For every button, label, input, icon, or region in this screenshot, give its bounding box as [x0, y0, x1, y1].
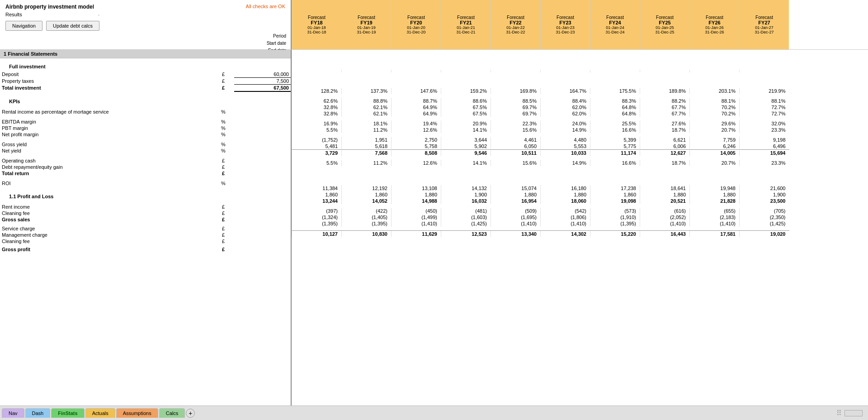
profit-loss-table: Rent income £ Cleaning fee £ Gross sales…: [0, 201, 291, 253]
forecast-header-FY21: Forecast FY21 01-Jan-21 31-Dec-21: [441, 0, 491, 49]
pbt-margin-row: PBT margin %: [0, 125, 291, 131]
scrollbar-thumb[interactable]: [844, 410, 863, 416]
scrollbar-area: ⠿: [196, 409, 866, 417]
net-profit-margin-row: Net profit margin %: [0, 131, 291, 138]
total-investment-unit: £: [212, 85, 234, 92]
right-pane: 128.2%137.3%147.6%159.2%169.8%164.7%175.…: [292, 50, 868, 406]
forecast-header-FY22: Forecast FY22 01-Jan-22 31-Dec-22: [491, 0, 540, 49]
tab-calcs[interactable]: Calcs: [159, 408, 185, 418]
total-investment-label: Total investment: [0, 85, 212, 92]
financial-statements-header: 1 Financial Statements: [0, 50, 291, 58]
table-row: 1,8601,8601,8801,9001,8801,8801,8601,880…: [292, 191, 789, 198]
scrollbar-dots: ⠿: [836, 409, 843, 417]
table-row: 10,12710,83011,62912,52313,34014,30215,2…: [292, 230, 789, 237]
add-tab-button[interactable]: +: [186, 409, 195, 418]
table-row: (1,395)(1,395)(1,410)(1,425)(1,410)(1,41…: [292, 220, 789, 227]
table-row: 128.2%137.3%147.6%159.2%169.8%164.7%175.…: [292, 88, 789, 94]
property-taxes-unit: £: [212, 78, 234, 85]
forecast-header-FY26: Forecast FY26 01-Jan-26 31-Dec-26: [689, 0, 739, 49]
tab-assumptions[interactable]: Assumptions: [116, 408, 158, 418]
deposit-label: Deposit: [0, 71, 212, 78]
property-taxes-label: Property taxes: [0, 78, 212, 85]
table-row: (1,324)(1,405)(1,499)(1,603)(1,695)(1,80…: [292, 214, 789, 220]
profit-loss-header: 1.1 Profit and Loss: [0, 192, 291, 201]
kpis-header: KPIs: [0, 97, 291, 106]
operating-cash-row: Operating cash £: [0, 158, 291, 164]
header: Airbnb property investment model Results…: [0, 0, 868, 50]
tab-nav[interactable]: Nav: [2, 408, 24, 418]
total-return-row: Total return £: [0, 170, 291, 177]
forecast-header-FY20: Forecast FY20 01-Jan-20 31-Dec-20: [391, 0, 441, 49]
table-row: (397)(422)(450)(481)(509)(542)(573)(616)…: [292, 208, 789, 214]
forecast-header-FY18: Forecast FY18 01-Jan-18 31-Dec-18: [292, 0, 341, 49]
period-label: Period: [3, 33, 286, 40]
right-data-table: 128.2%137.3%147.6%159.2%169.8%164.7%175.…: [292, 50, 789, 237]
ebitda-margin-row: EBITDA margin %: [0, 119, 291, 125]
start-date-label: Start date: [3, 40, 286, 47]
total-investment-value: 67,500: [234, 85, 291, 92]
property-taxes-row: Property taxes £ 7,500: [0, 78, 291, 85]
debt-repayment-row: Debt repayment/equity gain £: [0, 164, 291, 170]
cleaning-fee-row: Cleaning fee £: [0, 210, 291, 216]
title-nav-area: Airbnb property investment model Results…: [5, 4, 99, 31]
table-row: 32.8%62.1%64.9%67.5%69.7%62.0%64.8%67.7%…: [292, 104, 789, 110]
table-row: 3,7297,5688,5089,54610,51110,03311,17412…: [292, 150, 789, 157]
deposit-value: 60,000: [234, 71, 291, 78]
forecast-header-FY24: Forecast FY24 01-Jan-24 31-Dec-24: [590, 0, 640, 49]
rental-income-pct-row: Rental income as percentage of mortage s…: [0, 109, 291, 115]
forecast-header-FY25: Forecast FY25 01-Jan-25 31-Dec-25: [640, 0, 689, 49]
management-charge-row: Management charge £: [0, 232, 291, 238]
rent-income-row: Rent income £: [0, 204, 291, 210]
navigation-button[interactable]: Navigation: [5, 21, 42, 31]
header-left: Airbnb property investment model Results…: [0, 0, 292, 49]
table-row: 13,24414,05214,98816,03216,95418,06019,0…: [292, 198, 789, 204]
tab-dash[interactable]: Dash: [25, 408, 51, 418]
main-content: 1 Financial Statements Full investment D…: [0, 50, 868, 406]
nav-buttons-area: Navigation Update debt calcs: [5, 21, 99, 31]
table-row: 16.9%18.1%19.4%20.9%22.3%24.0%25.5%27.6%…: [292, 120, 789, 127]
rental-income-pct-label: Rental income as percentage of mortage s…: [0, 109, 212, 115]
update-debt-button[interactable]: Update debt calcs: [46, 21, 99, 31]
full-investment-table: Deposit £ 60,000 Property taxes £ 7,500 …: [0, 71, 291, 97]
cleaning-fee2-row: Cleaning fee £: [0, 238, 291, 244]
results-row: Results -: [5, 12, 99, 17]
service-charge-row: Service charge £: [0, 225, 291, 232]
table-row: 5.5%11.2%12.6%14.1%15.6%14.9%16.6%18.7%2…: [292, 160, 789, 166]
tab-bar: NavDashFinStatsActualsAssumptionsCalcs+⠿: [0, 406, 868, 420]
gross-profit-row: Gross profit £: [0, 246, 291, 253]
tab-finstats[interactable]: FinStats: [51, 408, 84, 418]
table-row: 32.8%62.1%64.9%67.5%69.7%62.0%64.8%67.7%…: [292, 110, 789, 117]
kpis-table: Rental income as percentage of mortage s…: [0, 106, 291, 192]
table-row: (1,752)1,9512,7503,6444,4614,4805,3996,6…: [292, 137, 789, 143]
forecast-header-FY19: Forecast FY19 01-Jan-19 31-Dec-19: [341, 0, 391, 49]
roi-row: ROI %: [0, 180, 291, 186]
left-pane: 1 Financial Statements Full investment D…: [0, 50, 292, 406]
table-row: 62.6%88.8%88.7%88.6%88.5%88.4%88.3%88.2%…: [292, 98, 789, 104]
forecast-header-FY23: Forecast FY23 01-Jan-23 31-Dec-23: [540, 0, 590, 49]
gross-yield-row: Gross yield %: [0, 141, 291, 148]
checks-status: All checks are OK: [246, 4, 285, 9]
forecast-header-FY27: Forecast FY27 01-Jan-27 31-Dec-27: [739, 0, 789, 49]
table-row: 5,4815,6185,7585,9026,0505,5535,7756,006…: [292, 143, 789, 150]
header-top-area: Airbnb property investment model Results…: [3, 2, 288, 32]
net-yield-row: Net yield %: [0, 148, 291, 154]
deposit-unit: £: [212, 71, 234, 78]
gross-sales-row: Gross sales £: [0, 216, 291, 223]
tab-actuals[interactable]: Actuals: [85, 408, 115, 418]
property-taxes-value: 7,500: [234, 78, 291, 85]
table-row: 5.5%11.2%12.6%14.1%15.6%14.9%16.6%18.7%2…: [292, 127, 789, 133]
deposit-row: Deposit £ 60,000: [0, 71, 291, 78]
total-investment-row: Total investment £ 67,500: [0, 85, 291, 92]
app-title: Airbnb property investment model: [5, 4, 99, 10]
table-row: 11,38412,19213,10814,13215,07416,18017,2…: [292, 185, 789, 191]
forecast-headers: Forecast FY18 01-Jan-18 31-Dec-18 Foreca…: [292, 0, 868, 49]
full-investment-header: Full investment: [0, 62, 291, 71]
